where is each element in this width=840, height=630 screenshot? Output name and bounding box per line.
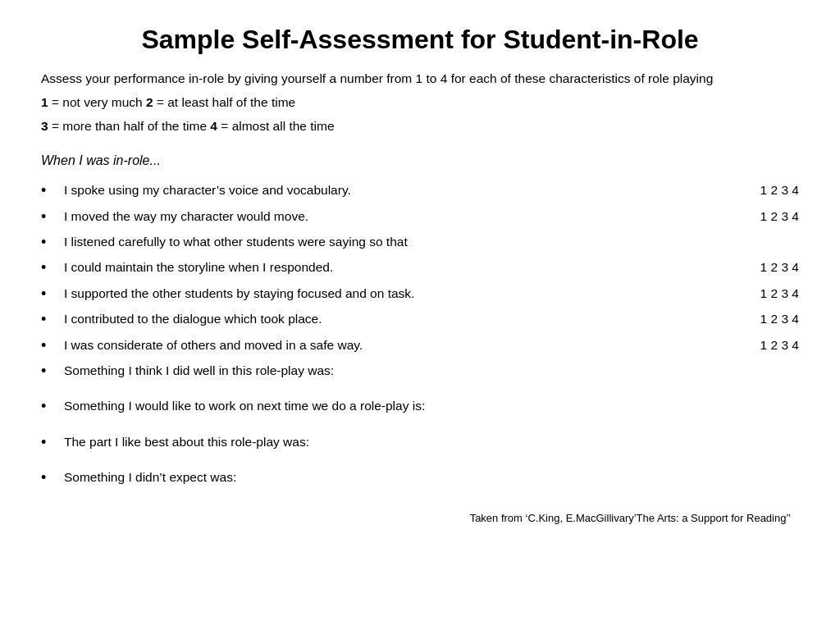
bullet-icon: •	[41, 208, 57, 226]
bullet-icon: •	[41, 310, 57, 329]
list-item: •I moved the way my character would move…	[41, 208, 799, 226]
list-item: •I supported the other students by stayi…	[41, 285, 799, 304]
scale-label-1: 1	[41, 95, 48, 109]
scale-line-2: 3 = more than half of the time 4 = almos…	[41, 116, 799, 135]
list-item: •I could maintain the storyline when I r…	[41, 258, 799, 277]
item-score: 1 2 3 4	[733, 285, 799, 303]
item-text: I listened carefully to what other stude…	[64, 233, 799, 251]
bullet-icon: •	[41, 433, 57, 452]
item-text: I moved the way my character would move.	[64, 208, 733, 226]
list-item: •I contributed to the dialogue which too…	[41, 310, 799, 329]
item-score: 1 2 3 4	[733, 181, 799, 199]
item-text: The part I like best about this role-pla…	[64, 433, 799, 451]
scale-label-2: 2	[146, 95, 153, 109]
item-score: 1 2 3 4	[733, 310, 799, 328]
bullet-icon: •	[41, 468, 57, 487]
item-text: I spoke using my character’s voice and v…	[64, 181, 733, 199]
when-in-role-label: When I was in-role...	[41, 153, 799, 168]
bullet-icon: •	[41, 233, 57, 252]
list-item: •The part I like best about this role-pl…	[41, 433, 799, 452]
item-text: I could maintain the storyline when I re…	[64, 258, 733, 276]
item-score: 1 2 3 4	[733, 258, 799, 276]
scale-label-3: 3	[41, 119, 48, 133]
bullet-icon: •	[41, 258, 57, 277]
assessment-items: •I spoke using my character’s voice and …	[41, 181, 799, 487]
list-item: •Something I think I did well in this ro…	[41, 362, 799, 381]
list-item: •I was considerate of others and moved i…	[41, 336, 799, 355]
list-item: •Something I would like to work on next …	[41, 397, 799, 416]
item-text: I was considerate of others and moved in…	[64, 336, 733, 354]
bullet-icon: •	[41, 397, 57, 416]
scale-text-2: = at least half of the time	[153, 95, 296, 109]
bullet-icon: •	[41, 362, 57, 381]
item-score: 1 2 3 4	[733, 336, 799, 354]
list-item: •I spoke using my character’s voice and …	[41, 181, 799, 200]
bullet-icon: •	[41, 336, 57, 355]
intro-paragraph: Assess your performance in-role by givin…	[41, 70, 799, 88]
scale-text-3: = more than half of the time	[48, 119, 211, 133]
page-title: Sample Self-Assessment for Student-in-Ro…	[41, 25, 799, 55]
bullet-icon: •	[41, 285, 57, 304]
scale-text-1: = not very much	[48, 95, 146, 109]
item-score: 1 2 3 4	[733, 208, 799, 226]
bullet-icon: •	[41, 181, 57, 200]
item-text: I contributed to the dialogue which took…	[64, 310, 733, 328]
scale-text-4: = almost all the time	[217, 119, 335, 133]
list-item: •I listened carefully to what other stud…	[41, 233, 799, 252]
scale-label-4: 4	[210, 119, 217, 133]
attribution: Taken from ‘C.King, E.MacGillivary’The A…	[41, 512, 799, 524]
list-item: •Something I didn’t expect was:	[41, 468, 799, 487]
item-text: Something I didn’t expect was:	[64, 468, 799, 486]
item-text: Something I think I did well in this rol…	[64, 362, 799, 380]
scale-line-1: 1 = not very much 2 = at least half of t…	[41, 93, 799, 112]
item-text: Something I would like to work on next t…	[64, 397, 799, 415]
item-text: I supported the other students by stayin…	[64, 285, 733, 303]
